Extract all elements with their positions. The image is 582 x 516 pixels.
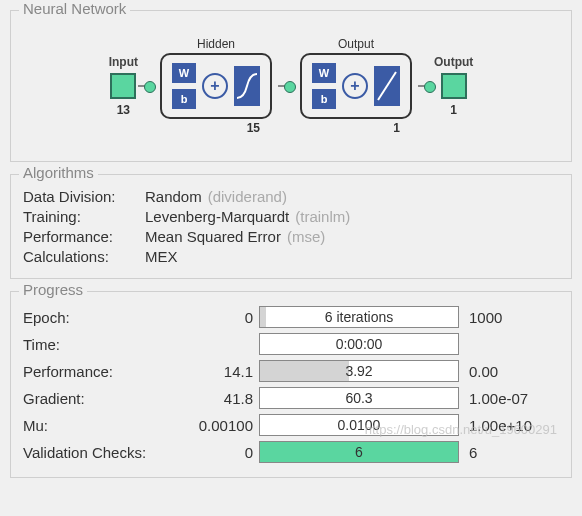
progress-bar-text: 6 [260,442,458,462]
hidden-b-icon: b [172,89,196,109]
group-title-nn: Neural Network [19,0,130,17]
alg-row: Performance:Mean Squared Error(mse) [23,228,559,245]
group-progress: Progress Epoch:06 iterations1000Time:0:0… [10,291,572,478]
progress-label: Gradient: [23,390,173,407]
nn-outputlayer-label: Output [302,37,410,51]
alg-label: Performance: [23,228,145,245]
progress-bar-text: 3.92 [260,361,458,381]
alg-label: Data Division: [23,188,145,205]
sum-icon: + [342,73,368,99]
progress-start: 41.8 [173,390,259,407]
svg-line-0 [378,72,396,100]
group-algorithms: Algorithms Data Division:Random(dividera… [10,174,572,279]
progress-bar: 3.92 [259,360,459,382]
conn-arrow [138,85,154,87]
alg-note: (dividerand) [208,188,287,205]
progress-bar: 0:00:00 [259,333,459,355]
nn-output-label: Output [434,55,473,69]
nn-output: Output 1 [434,55,473,117]
output-w-icon: W [312,63,336,83]
alg-row: Training:Levenberg-Marquardt(trainlm) [23,208,559,225]
purelin-icon [374,66,400,106]
alg-value: MEX [145,248,178,265]
hidden-w-icon: W [172,63,196,83]
progress-label: Validation Checks: [23,444,173,461]
progress-label: Mu: [23,417,173,434]
alg-row: Data Division:Random(dividerand) [23,188,559,205]
progress-bar: 6 [259,441,459,463]
nn-output-layer: Output 1 W b + [300,53,412,119]
nn-input: Input 13 [109,55,138,117]
alg-value: Mean Squared Error [145,228,281,245]
progress-bar-text: 0:00:00 [260,334,458,354]
nntraintool-window: Neural Network Input 13 Hidden 15 W b [0,0,582,516]
progress-label: Performance: [23,363,173,380]
alg-note: (mse) [287,228,325,245]
alg-label: Calculations: [23,248,145,265]
progress-bar-text: 6 iterations [260,307,458,327]
progress-label: Time: [23,336,173,353]
progress-bar-text: 60.3 [260,388,458,408]
progress-row: Epoch:06 iterations1000 [23,305,559,329]
alg-value: Random [145,188,202,205]
nn-input-count: 13 [117,103,130,117]
progress-bar: 6 iterations [259,306,459,328]
progress-start: 0.00100 [173,417,259,434]
nn-input-block [110,73,136,99]
alg-value: Levenberg-Marquardt [145,208,289,225]
conn-arrow [278,85,294,87]
progress-end: 1000 [459,309,502,326]
progress-start: 0 [173,444,259,461]
progress-start: 0 [173,309,259,326]
alg-row: Calculations:MEX [23,248,559,265]
progress-label: Epoch: [23,309,173,326]
nn-hidden-count: 15 [247,121,260,135]
progress-end: 1.00e-07 [459,390,528,407]
nn-output-block [441,73,467,99]
alg-label: Training: [23,208,145,225]
progress-row: Time:0:00:00 [23,332,559,356]
progress-end: 6 [459,444,477,461]
progress-row: Validation Checks:066 [23,440,559,464]
nn-diagram: Input 13 Hidden 15 W b + [23,21,559,151]
progress-bar: 60.3 [259,387,459,409]
nn-hidden-layer: Hidden 15 W b + [160,53,272,119]
nn-output-count: 1 [450,103,457,117]
sum-icon: + [202,73,228,99]
output-b-icon: b [312,89,336,109]
nn-hidden-label: Hidden [162,37,270,51]
group-title-alg: Algorithms [19,164,98,181]
progress-row: Gradient:41.860.31.00e-07 [23,386,559,410]
nn-input-label: Input [109,55,138,69]
tansig-icon [234,66,260,106]
progress-start: 14.1 [173,363,259,380]
conn-arrow [418,85,434,87]
progress-row: Performance:14.13.920.00 [23,359,559,383]
alg-note: (trainlm) [295,208,350,225]
nn-outputlayer-count: 1 [393,121,400,135]
group-neural-network: Neural Network Input 13 Hidden 15 W b [10,10,572,162]
watermark-text: https://blog.csdn.net/u_19600291 [365,422,557,437]
progress-end: 0.00 [459,363,498,380]
group-title-prog: Progress [19,281,87,298]
